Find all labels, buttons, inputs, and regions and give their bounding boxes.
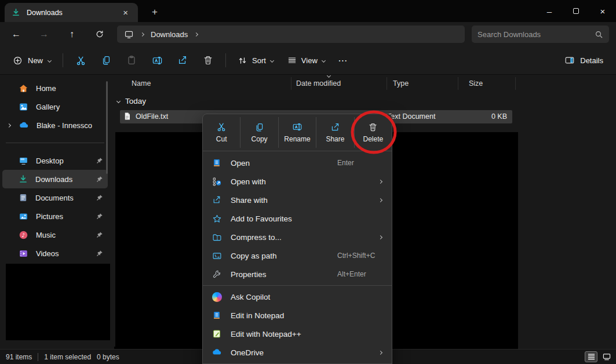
desktop-icon (19, 156, 28, 166)
address-bar[interactable]: Downloads (117, 26, 465, 43)
menu-item-edit-with-notepadpp[interactable]: Edit with Notepad++ (203, 325, 392, 343)
sidebar-item-downloads[interactable]: Downloads (2, 170, 108, 188)
up-button[interactable]: ↑ (61, 25, 82, 43)
details-pane-button[interactable]: Details (557, 50, 610, 70)
context-share-button[interactable]: Share (316, 117, 353, 148)
menu-item-ask-copilot[interactable]: Ask Copilot (203, 287, 392, 306)
collapse-chevron-icon[interactable] (116, 99, 121, 103)
status-divider (38, 353, 38, 361)
context-copy-button[interactable]: Copy (240, 117, 278, 148)
item-count: 91 items (6, 353, 32, 361)
group-label: Today (125, 97, 146, 105)
sidebar-item-label: Desktop (36, 156, 64, 165)
menu-item-label: Edit in Notepad (231, 311, 284, 320)
context-delete-button[interactable]: Delete (354, 117, 392, 148)
share-icon (211, 195, 223, 205)
sort-icon (238, 56, 247, 65)
sort-button-label: Sort (252, 56, 266, 65)
share-button[interactable] (170, 50, 195, 70)
forward-button[interactable]: → (34, 25, 54, 43)
tab-title: Downloads (27, 9, 63, 17)
menu-item-open-with[interactable]: Open with (203, 172, 392, 191)
expand-chevron-icon[interactable] (7, 123, 11, 127)
delete-button[interactable] (195, 50, 221, 70)
menu-item-label: Properties (231, 270, 267, 279)
menu-item-onedrive[interactable]: OneDrive (203, 343, 392, 362)
notepad-icon (211, 158, 223, 168)
column-header-name[interactable]: Name (115, 77, 291, 90)
search-icon (595, 30, 603, 39)
back-button[interactable]: ← (6, 25, 27, 43)
file-explorer-window: Downloads × + – × ← → ↑ Downloads (0, 0, 616, 364)
pin-icon (96, 213, 103, 220)
details-view-toggle[interactable] (585, 351, 597, 362)
chevron-down-icon (322, 58, 326, 62)
explorer-tab[interactable]: Downloads × (5, 3, 138, 22)
close-button[interactable]: × (589, 0, 616, 22)
view-button-label: View (301, 56, 318, 65)
sidebar-item-home[interactable]: Home (2, 79, 108, 97)
thumbnail-view-toggle[interactable] (600, 351, 613, 362)
sidebar-divider (6, 143, 104, 143)
sidebar-item-documents[interactable]: Documents (2, 188, 108, 207)
search-box[interactable] (472, 26, 609, 43)
copy-button[interactable] (93, 50, 119, 70)
sidebar-item-gallery[interactable]: Gallery (2, 97, 108, 116)
menu-item-share-with[interactable]: Share with (203, 191, 392, 209)
menu-item-label: Ask Copilot (231, 293, 270, 301)
copilot-icon (211, 292, 223, 302)
this-pc-icon (124, 30, 134, 39)
breadcrumb-chevron-icon[interactable] (194, 32, 198, 36)
column-header-type[interactable]: Type (387, 77, 458, 90)
rename-button[interactable] (144, 50, 170, 70)
search-input[interactable] (478, 30, 595, 39)
menu-item-open[interactable]: Open Enter (203, 154, 392, 172)
context-cut-button[interactable]: Cut (203, 117, 240, 148)
menu-item-label: Copy as path (231, 252, 277, 260)
menu-item-compress-to[interactable]: Compress to... (203, 228, 392, 246)
menu-item-edit-in-notepad[interactable]: Edit in Notepad (203, 306, 392, 325)
menu-item-copy-as-path[interactable]: Copy as path Ctrl+Shift+C (203, 246, 392, 265)
star-icon (211, 214, 223, 224)
minimize-button[interactable]: – (536, 0, 563, 22)
sidebar-item-music[interactable]: ♪ Music (2, 225, 108, 244)
sidebar-item-videos[interactable]: Videos (2, 244, 108, 263)
new-button[interactable]: New (6, 50, 58, 70)
sidebar-item-onedrive-account[interactable]: Blake - Innessco (2, 116, 108, 134)
submenu-chevron-icon (378, 179, 382, 183)
column-header-date-modified[interactable]: Date modified (291, 77, 387, 90)
menu-item-shortcut: Ctrl+Shift+C (337, 252, 384, 260)
new-tab-button[interactable]: + (147, 5, 162, 20)
column-headers: Name Date modified Type Size (115, 76, 516, 91)
sidebar-scrollbar[interactable] (106, 81, 108, 174)
notepad-icon (211, 311, 223, 320)
tab-close-icon[interactable]: × (120, 7, 131, 18)
sidebar-item-desktop[interactable]: Desktop (2, 151, 108, 170)
more-options-button[interactable]: ⋯ (332, 50, 354, 70)
chevron-down-icon (270, 58, 274, 62)
group-header-today[interactable]: Today (117, 97, 146, 105)
view-button[interactable]: View (280, 50, 332, 70)
file-type: Text Document (387, 112, 435, 121)
sidebar-item-label: Music (36, 231, 56, 239)
quick-action-label: Share (326, 135, 344, 143)
sidebar-item-pictures[interactable]: Pictures (2, 207, 108, 225)
sort-indicator-icon (327, 74, 331, 78)
paste-button[interactable] (119, 50, 144, 70)
quick-action-label: Cut (216, 135, 227, 143)
share-icon (330, 122, 340, 132)
menu-item-properties[interactable]: Properties Alt+Enter (203, 265, 392, 283)
menu-item-add-to-favourites[interactable]: Add to Favourites (203, 209, 392, 228)
delete-icon (368, 122, 378, 132)
breadcrumb-location[interactable]: Downloads (151, 30, 188, 39)
menu-item-label: Open with (231, 177, 266, 186)
maximize-button[interactable] (563, 0, 589, 22)
view-toggles (585, 351, 613, 362)
refresh-button[interactable] (89, 25, 110, 43)
menu-item-label: Share with (231, 196, 268, 205)
column-header-size[interactable]: Size (458, 77, 516, 90)
context-rename-button[interactable]: Rename (278, 117, 316, 148)
cut-button[interactable] (68, 50, 93, 70)
sort-button[interactable]: Sort (231, 50, 280, 70)
music-icon: ♪ (19, 230, 28, 240)
